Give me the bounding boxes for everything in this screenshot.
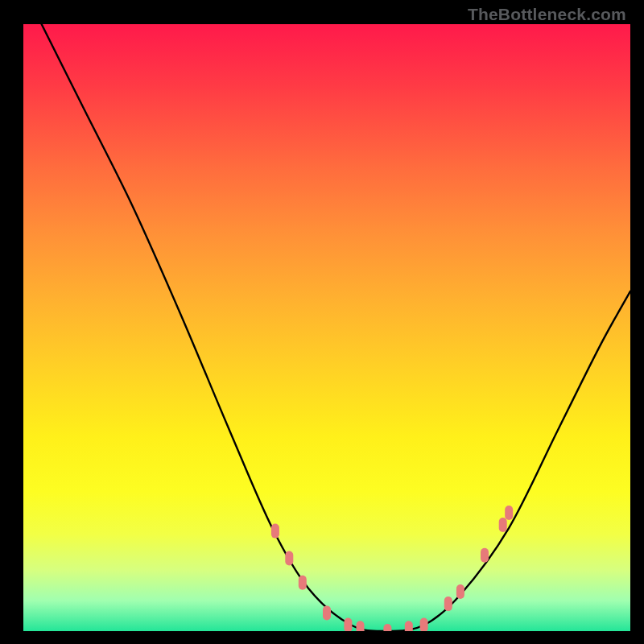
marker-dots — [271, 506, 513, 631]
marker-dot — [444, 597, 452, 611]
marker-dot — [357, 621, 365, 631]
marker-dot — [481, 548, 489, 563]
curve-layer — [23, 24, 630, 631]
marker-dot — [271, 524, 279, 539]
gradient-plot-area — [23, 24, 630, 631]
watermark-text: TheBottleneck.com — [468, 5, 626, 24]
marker-dot — [456, 584, 464, 599]
marker-dot — [285, 551, 293, 566]
marker-dot — [420, 618, 428, 632]
chart-frame — [14, 24, 630, 641]
marker-dot — [344, 618, 352, 632]
marker-dot — [323, 605, 331, 620]
marker-dot — [505, 506, 513, 520]
bottleneck-curve — [42, 24, 630, 631]
marker-dot — [383, 624, 391, 631]
marker-dot — [299, 576, 307, 590]
marker-dot — [499, 518, 507, 532]
marker-dot — [405, 621, 413, 631]
